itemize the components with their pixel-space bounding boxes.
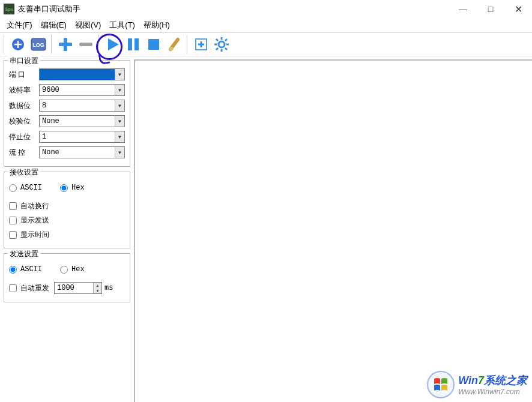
toolbar-separator (187, 35, 189, 54)
baud-value: 9600 (42, 86, 59, 94)
new-window-icon[interactable] (192, 35, 210, 53)
pause-icon[interactable] (124, 35, 142, 53)
interval-unit: ms (104, 284, 113, 292)
menu-bar: 文件(F) 编辑(E) 视图(V) 工具(T) 帮助(H) (0, 18, 532, 32)
svg-line-15 (225, 48, 227, 50)
chevron-down-icon[interactable]: ▼ (115, 85, 124, 95)
baud-combo[interactable]: 9600 ▼ (39, 84, 125, 96)
menu-view[interactable]: 视图(V) (71, 19, 105, 32)
watermark-logo-icon (427, 371, 455, 398)
svg-text:LOG: LOG (32, 42, 44, 48)
interval-value: 1000 (57, 284, 74, 292)
spin-up-icon[interactable]: ▲ (93, 283, 101, 288)
send-settings-legend: 发送设置 (8, 249, 40, 259)
toolbar-separator (98, 35, 100, 54)
chevron-down-icon[interactable]: ▼ (115, 100, 124, 111)
watermark-line1-seven: 7 (478, 374, 484, 386)
recv-ascii-radio[interactable]: ASCII (9, 182, 42, 194)
body-area: 串口设置 端 口 ▼ 波特率 9600 ▼ 数据位 8 ▼ (0, 56, 532, 402)
send-ascii-radio[interactable]: ASCII (9, 263, 42, 275)
minus-icon[interactable] (77, 35, 95, 53)
watermark-line2: Www.Winwin7.com (458, 388, 527, 396)
autowrap-checkbox[interactable]: 自动换行 (9, 200, 125, 212)
clear-icon[interactable] (165, 35, 183, 53)
chevron-down-icon[interactable]: ▼ (115, 131, 124, 142)
add-port-icon[interactable] (9, 35, 27, 53)
svg-rect-4 (128, 38, 132, 50)
baud-label: 波特率 (9, 85, 39, 95)
toolbar: LOG (0, 32, 532, 56)
serial-settings-group: 串口设置 端 口 ▼ 波特率 9600 ▼ 数据位 8 ▼ (4, 60, 130, 167)
spin-down-icon[interactable]: ▼ (93, 288, 101, 293)
minimize-button[interactable]: — (449, 0, 477, 18)
play-icon[interactable] (104, 35, 122, 53)
send-settings-group: 发送设置 ASCII Hex 自动重发 1000 ▲▼ ms (4, 253, 130, 302)
databits-label: 数据位 (9, 101, 39, 111)
svg-line-14 (216, 39, 218, 41)
port-combo[interactable]: ▼ (39, 68, 125, 80)
maximize-button[interactable]: □ (477, 0, 504, 18)
svg-point-7 (169, 47, 174, 50)
menu-file[interactable]: 文件(F) (2, 19, 37, 32)
watermark-line1-post: 系统之家 (484, 374, 527, 386)
flow-value: None (42, 148, 59, 157)
watermark-text: Win7系统之家 Www.Winwin7.com (458, 373, 527, 396)
settings-icon[interactable] (213, 35, 231, 53)
left-panel: 串口设置 端 口 ▼ 波特率 9600 ▼ 数据位 8 ▼ (0, 56, 134, 402)
port-label: 端 口 (9, 70, 39, 80)
svg-rect-6 (148, 39, 159, 50)
window-buttons: — □ ✕ (449, 0, 532, 18)
svg-marker-3 (108, 38, 119, 50)
app-icon: Spo (4, 4, 14, 14)
chevron-down-icon[interactable]: ▼ (115, 147, 124, 158)
toolbar-separator (51, 35, 53, 54)
stopbits-combo[interactable]: 1 ▼ (39, 131, 125, 143)
svg-rect-5 (135, 38, 139, 50)
toolbar-separator (4, 35, 5, 54)
svg-point-9 (219, 41, 225, 47)
recv-settings-group: 接收设置 ASCII Hex 自动换行 显示发送 显示时间 (4, 172, 130, 248)
showtime-checkbox[interactable]: 显示时间 (9, 229, 125, 241)
stopbits-label: 停止位 (9, 132, 39, 142)
chevron-down-icon[interactable]: ▼ (115, 69, 124, 80)
output-area[interactable] (134, 59, 532, 402)
title-bar: Spo 友善串口调试助手 — □ ✕ (0, 0, 532, 18)
menu-edit[interactable]: 编辑(E) (37, 19, 71, 32)
showsend-checkbox[interactable]: 显示发送 (9, 214, 125, 226)
close-button[interactable]: ✕ (504, 0, 532, 18)
parity-value: None (42, 117, 59, 125)
databits-combo[interactable]: 8 ▼ (39, 100, 125, 112)
parity-label: 校验位 (9, 116, 39, 127)
recv-settings-legend: 接收设置 (8, 167, 40, 178)
chevron-down-icon[interactable]: ▼ (115, 116, 124, 127)
interval-spinbox[interactable]: 1000 ▲▼ (54, 282, 102, 294)
flow-combo[interactable]: None ▼ (39, 146, 125, 158)
watermark: Win7系统之家 Www.Winwin7.com (427, 371, 527, 398)
serial-settings-legend: 串口设置 (8, 56, 40, 66)
svg-line-17 (216, 48, 218, 50)
window-title: 友善串口调试助手 (18, 4, 80, 14)
send-hex-radio[interactable]: Hex (60, 263, 85, 275)
watermark-line1-pre: Win (458, 374, 478, 386)
plus-icon[interactable] (56, 35, 74, 53)
autoresend-checkbox[interactable]: 自动重发 (9, 282, 49, 294)
menu-help[interactable]: 帮助(H) (139, 19, 174, 32)
svg-line-16 (225, 39, 227, 41)
flow-label: 流 控 (9, 148, 39, 158)
recv-hex-radio[interactable]: Hex (60, 182, 85, 194)
stop-icon[interactable] (145, 35, 163, 53)
log-icon[interactable]: LOG (29, 35, 47, 53)
stopbits-value: 1 (42, 133, 46, 141)
parity-combo[interactable]: None ▼ (39, 115, 125, 127)
menu-tools[interactable]: 工具(T) (105, 19, 139, 32)
databits-value: 8 (42, 101, 46, 110)
